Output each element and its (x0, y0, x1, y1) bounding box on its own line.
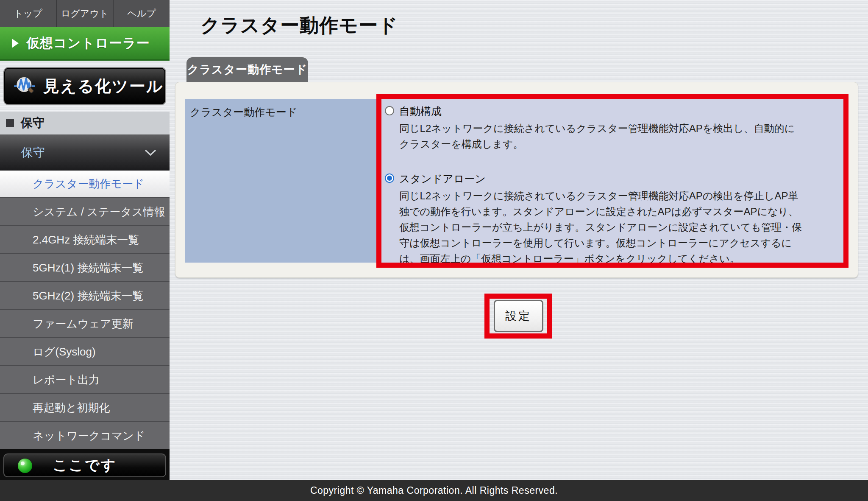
option-standalone-description: 同じL2ネットワークに接続されているクラスター管理機能対応APの検出を停止しAP… (399, 188, 840, 266)
option-auto-config-description: 同じL2ネットワークに接続されているクラスター管理機能対応APを検出し、自動的に… (399, 120, 840, 152)
visual-tool-button[interactable]: 見える化ツール (3, 67, 166, 105)
option-auto-config-label[interactable]: 自動構成 (399, 105, 836, 118)
submit-button[interactable]: 設定 (494, 300, 543, 332)
sidebar-item-cluster-mode[interactable]: クラスター動作モード (0, 171, 170, 197)
tab-label: クラスター動作モード (187, 62, 308, 77)
menu-item-help[interactable]: ヘルプ (114, 0, 170, 27)
top-menu: トップ ログアウト ヘルプ (0, 0, 170, 27)
option-standalone-label[interactable]: スタンドアローン (399, 172, 836, 185)
here-button[interactable]: ここです (3, 453, 166, 477)
sidebar-item-report-output[interactable]: レポート出力 (0, 365, 170, 393)
option-standalone-text: スタンドアローン 同じL2ネットワークに接続されているクラスター管理機能対応AP… (399, 172, 836, 266)
option-standalone: スタンドアローン 同じL2ネットワークに接続されているクラスター管理機能対応AP… (384, 172, 836, 266)
sidebar-item-5ghz2-clients[interactable]: 5GHz(2) 接続端末一覧 (0, 281, 170, 309)
section-header-label: 保守 (21, 115, 45, 131)
page-title: クラスター動作モード (200, 13, 398, 38)
settings-panel: クラスター動作モード 自動構成 同じL2ネットワークに接続されているクラスター管… (175, 82, 858, 278)
square-bullet-icon (6, 119, 14, 127)
option-auto-config-text: 自動構成 同じL2ネットワークに接続されているクラスター管理機能対応APを検出し… (399, 105, 836, 152)
virtual-controller-label: 仮想コントローラー (26, 34, 150, 52)
sidebar-bottom: ここです (0, 449, 170, 480)
sidebar-section-header-hoshu: 保守 (0, 112, 170, 134)
option-auto-config: 自動構成 同じL2ネットワークに接続されているクラスター管理機能対応APを検出し… (384, 105, 836, 152)
sidebar-item-5ghz1-clients[interactable]: 5GHz(1) 接続端末一覧 (0, 253, 170, 281)
virtual-controller-button[interactable]: 仮想コントローラー (0, 27, 170, 61)
annotation-box-cluster-mode: 自動構成 同じL2ネットワークに接続されているクラスター管理機能対応APを検出し… (376, 94, 849, 268)
annotation-box-submit: 設定 (484, 294, 552, 339)
sidebar-item-restart-init[interactable]: 再起動と初期化 (0, 393, 170, 421)
visual-tool-label: 見える化ツール (43, 76, 164, 97)
sidebar-item-syslog[interactable]: ログ(Syslog) (0, 337, 170, 365)
row-label-cell: クラスター動作モード (185, 99, 376, 263)
sidebar-item-24ghz-clients[interactable]: 2.4GHz 接続端末一覧 (0, 225, 170, 253)
sidebar-item-system-status[interactable]: システム / ステータス情報 (0, 197, 170, 225)
tab-cluster-mode[interactable]: クラスター動作モード (186, 57, 308, 82)
sidebar-group-hoshu[interactable]: 保守 (0, 134, 170, 171)
visual-tool-button-area: 見える化ツール (0, 61, 170, 112)
here-button-label: ここです (53, 456, 117, 475)
magnifier-wave-icon (14, 75, 36, 97)
chevron-down-icon (145, 150, 156, 158)
menu-item-logout[interactable]: ログアウト (57, 0, 114, 27)
sidebar-item-firmware-update[interactable]: ファームウェア更新 (0, 309, 170, 337)
sidebar-nav: クラスター動作モード システム / ステータス情報 2.4GHz 接続端末一覧 … (0, 171, 170, 449)
main-content: クラスター動作モード クラスター動作モード クラスター動作モード 自動構成 同じ… (170, 0, 868, 480)
copyright-text: Copyright © Yamaha Corporation. All Righ… (310, 485, 558, 496)
radio-standalone[interactable] (385, 174, 394, 183)
sidebar: トップ ログアウト ヘルプ 仮想コントローラー 見える化ツール (0, 0, 170, 480)
group-label: 保守 (21, 145, 45, 161)
status-green-icon (18, 459, 32, 473)
footer: Copyright © Yamaha Corporation. All Righ… (0, 480, 868, 501)
radio-auto-config[interactable] (385, 106, 394, 115)
menu-item-top[interactable]: トップ (0, 0, 57, 27)
sidebar-item-network-command[interactable]: ネットワークコマンド (0, 421, 170, 449)
page: トップ ログアウト ヘルプ 仮想コントローラー 見える化ツール (0, 0, 868, 501)
play-triangle-icon (12, 39, 19, 48)
